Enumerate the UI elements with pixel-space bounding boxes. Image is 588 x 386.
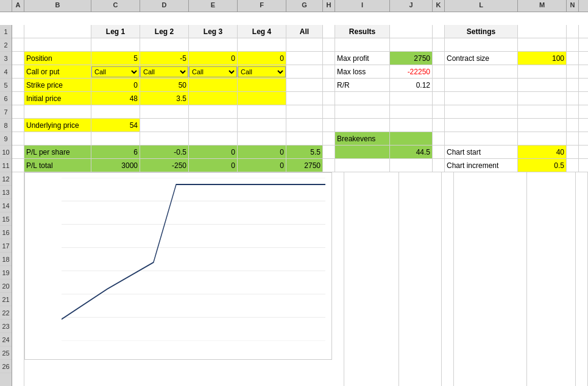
r5-leg1-strike[interactable]: 0 bbox=[91, 79, 140, 91]
r5-rr-label: R/R bbox=[335, 79, 390, 91]
r8-underlying-label: Underlying price bbox=[24, 119, 91, 132]
rownum-6: 6 bbox=[0, 92, 12, 105]
grid-body: Leg 1 Leg 2 Leg 3 Leg 4 All Results Sett… bbox=[12, 25, 588, 386]
r8-m bbox=[518, 119, 567, 132]
r7-g bbox=[286, 105, 323, 118]
r11-chartinc-label: Chart increment bbox=[445, 159, 518, 172]
rownum-24: 24 bbox=[0, 333, 12, 346]
r5-g bbox=[286, 79, 323, 91]
r6-leg1-initial[interactable]: 48 bbox=[91, 92, 140, 105]
chart-k bbox=[442, 172, 454, 386]
r2-a bbox=[12, 38, 24, 51]
row-3: Position 5 -5 0 0 Max profit 2750 Contra… bbox=[12, 52, 588, 65]
r4-leg4-callput-select[interactable]: CallPut bbox=[238, 66, 286, 77]
r6-initialprice-label: Initial price bbox=[24, 92, 91, 105]
r3-position-label: Position bbox=[24, 52, 91, 65]
r6-j bbox=[390, 92, 433, 105]
rownum-5: 5 bbox=[0, 79, 12, 92]
r8-a bbox=[12, 119, 24, 132]
r2-d bbox=[140, 38, 189, 51]
r11-i bbox=[335, 159, 390, 172]
r1-leg3: Leg 3 bbox=[189, 25, 238, 38]
r10-plpershare-label: P/L per share bbox=[24, 146, 91, 158]
r11-chartinc-val[interactable]: 0.5 bbox=[518, 159, 567, 172]
r4-leg2-callput-select[interactable]: CallPut bbox=[140, 66, 188, 77]
r3-h bbox=[323, 52, 335, 65]
rownum-23: 23 bbox=[0, 320, 12, 333]
r5-n bbox=[567, 79, 579, 91]
r4-leg4-callput[interactable]: CallPut bbox=[238, 65, 286, 78]
r9-a bbox=[12, 132, 24, 145]
rownum-15: 15 bbox=[0, 212, 12, 226]
r5-rr-val: 0.12 bbox=[390, 79, 433, 91]
r4-leg1-callput-select[interactable]: CallPut bbox=[91, 66, 140, 77]
chart-l bbox=[454, 172, 527, 386]
r5-h bbox=[323, 79, 335, 91]
r4-leg2-callput[interactable]: CallPut bbox=[140, 65, 189, 78]
r4-h bbox=[323, 65, 335, 78]
row-1: Leg 1 Leg 2 Leg 3 Leg 4 All Results Sett… bbox=[12, 25, 588, 38]
r9-m bbox=[518, 132, 567, 145]
r5-leg3-strike[interactable] bbox=[189, 79, 238, 91]
r11-leg2-pltotal: -250 bbox=[140, 159, 189, 172]
r10-chartstart-val[interactable]: 40 bbox=[518, 146, 567, 158]
r6-m bbox=[518, 92, 567, 105]
r3-max-profit-label: Max profit bbox=[335, 52, 390, 65]
rows-container: 1 2 3 4 5 6 7 8 9 10 11 12 13 14 15 16 1… bbox=[0, 25, 588, 386]
r4-a bbox=[12, 65, 24, 78]
r9-h bbox=[323, 132, 335, 145]
chart-h bbox=[332, 172, 344, 386]
r1-m bbox=[518, 25, 567, 38]
r3-g bbox=[286, 52, 323, 65]
r4-m bbox=[518, 65, 567, 78]
rownum-22: 22 bbox=[0, 306, 12, 320]
r1-leg4: Leg 4 bbox=[238, 25, 286, 38]
r6-leg2-initial[interactable]: 3.5 bbox=[140, 92, 189, 105]
r5-leg4-strike[interactable] bbox=[238, 79, 286, 91]
rownum-8: 8 bbox=[0, 119, 12, 132]
r9-n bbox=[567, 132, 579, 145]
r7-d bbox=[140, 105, 189, 118]
chart-area: 3000 2000 1000 0 -1000 -2000 -3000 bbox=[24, 172, 332, 360]
r11-n bbox=[567, 159, 579, 172]
r6-leg3-initial[interactable] bbox=[189, 92, 238, 105]
r8-f bbox=[238, 119, 286, 132]
r11-k bbox=[433, 159, 445, 172]
r2-m bbox=[518, 38, 567, 51]
rownum-14: 14 bbox=[0, 199, 12, 212]
r9-b bbox=[24, 132, 91, 145]
r11-a bbox=[12, 159, 24, 172]
r8-n bbox=[567, 119, 579, 132]
r8-underlying-val[interactable]: 54 bbox=[91, 119, 140, 132]
r6-leg4-initial[interactable] bbox=[238, 92, 286, 105]
r10-k bbox=[433, 146, 445, 158]
r3-leg3-position[interactable]: 0 bbox=[189, 52, 238, 65]
r2-g bbox=[286, 38, 323, 51]
r1-h bbox=[323, 25, 335, 38]
r3-leg2-position[interactable]: -5 bbox=[140, 52, 189, 65]
r3-leg1-position[interactable]: 5 bbox=[91, 52, 140, 65]
col-header-e: E bbox=[189, 0, 238, 12]
r11-pltotal-label: P/L total bbox=[24, 159, 91, 172]
r8-g bbox=[286, 119, 323, 132]
r5-a bbox=[12, 79, 24, 91]
row-10: P/L per share 6 -0.5 0 0 5.5 44.5 Chart … bbox=[12, 146, 588, 159]
r5-leg2-strike[interactable]: 50 bbox=[140, 79, 189, 91]
r7-b bbox=[24, 105, 91, 118]
chart-a bbox=[12, 172, 24, 386]
r4-leg1-callput[interactable]: CallPut bbox=[91, 65, 140, 78]
r7-e bbox=[189, 105, 238, 118]
r4-leg3-callput-select[interactable]: CallPut bbox=[189, 66, 237, 77]
r7-a bbox=[12, 105, 24, 118]
col-header-k: K bbox=[433, 0, 445, 12]
r3-leg4-position[interactable]: 0 bbox=[238, 52, 286, 65]
r9-l bbox=[445, 132, 518, 145]
spreadsheet: A B C D E F G H I J K L M N 1 2 3 4 5 6 … bbox=[0, 0, 588, 386]
r11-h bbox=[323, 159, 335, 172]
col-header-a: A bbox=[12, 0, 24, 12]
r8-k bbox=[433, 119, 445, 132]
r3-contract-size-val[interactable]: 100 bbox=[518, 52, 567, 65]
r4-leg3-callput[interactable]: CallPut bbox=[189, 65, 238, 78]
col-header-f: F bbox=[238, 0, 286, 12]
r2-j bbox=[390, 38, 433, 51]
